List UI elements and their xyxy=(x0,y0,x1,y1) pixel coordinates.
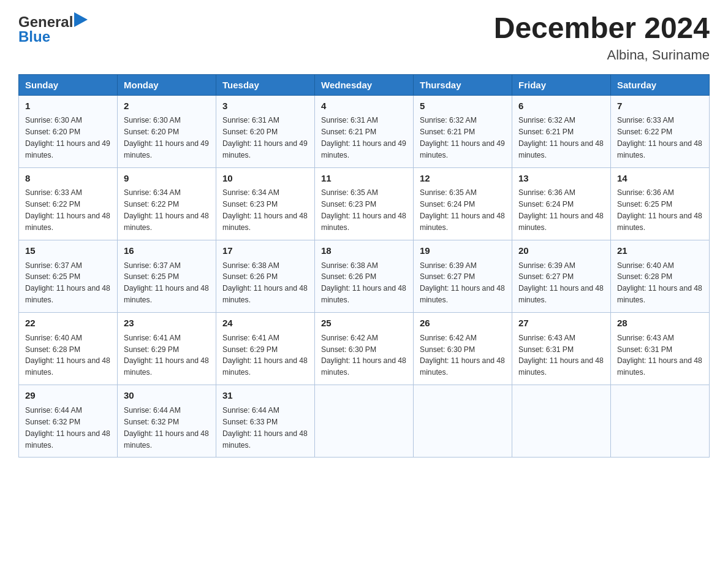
day-number: 30 xyxy=(124,389,210,403)
calendar-cell: 13Sunrise: 6:36 AMSunset: 6:24 PMDayligh… xyxy=(512,167,611,240)
day-number: 11 xyxy=(321,172,407,186)
day-info: Sunrise: 6:43 AMSunset: 6:31 PMDaylight:… xyxy=(617,334,702,377)
day-number: 28 xyxy=(617,316,703,331)
calendar-cell: 26Sunrise: 6:42 AMSunset: 6:30 PMDayligh… xyxy=(414,313,512,385)
day-number: 26 xyxy=(420,316,506,331)
day-info: Sunrise: 6:36 AMSunset: 6:24 PMDaylight:… xyxy=(518,188,604,232)
calendar-cell: 28Sunrise: 6:43 AMSunset: 6:31 PMDayligh… xyxy=(611,313,710,385)
day-info: Sunrise: 6:32 AMSunset: 6:21 PMDaylight:… xyxy=(518,116,604,159)
calendar-cell xyxy=(414,385,512,458)
title-block: December 2024 Albina, Suriname xyxy=(494,12,710,63)
calendar-cell xyxy=(315,385,414,458)
day-info: Sunrise: 6:37 AMSunset: 6:25 PMDaylight:… xyxy=(25,261,110,305)
day-number: 23 xyxy=(124,316,210,331)
calendar-cell: 16Sunrise: 6:37 AMSunset: 6:25 PMDayligh… xyxy=(118,240,216,313)
day-number: 9 xyxy=(124,172,210,186)
calendar-cell: 19Sunrise: 6:39 AMSunset: 6:27 PMDayligh… xyxy=(414,240,512,313)
calendar-cell: 14Sunrise: 6:36 AMSunset: 6:25 PMDayligh… xyxy=(611,167,710,240)
day-number: 2 xyxy=(124,99,210,113)
calendar-subtitle: Albina, Suriname xyxy=(494,47,710,63)
day-number: 25 xyxy=(321,316,407,331)
week-row-3: 15Sunrise: 6:37 AMSunset: 6:25 PMDayligh… xyxy=(19,240,710,313)
week-row-2: 8Sunrise: 6:33 AMSunset: 6:22 PMDaylight… xyxy=(19,167,710,240)
day-info: Sunrise: 6:37 AMSunset: 6:25 PMDaylight:… xyxy=(124,261,209,305)
header-day-wednesday: Wednesday xyxy=(315,74,414,95)
day-info: Sunrise: 6:39 AMSunset: 6:27 PMDaylight:… xyxy=(420,261,505,305)
day-info: Sunrise: 6:32 AMSunset: 6:21 PMDaylight:… xyxy=(420,116,505,159)
header-day-friday: Friday xyxy=(512,74,611,95)
day-info: Sunrise: 6:40 AMSunset: 6:28 PMDaylight:… xyxy=(25,334,110,377)
calendar-cell: 1Sunrise: 6:30 AMSunset: 6:20 PMDaylight… xyxy=(19,95,118,167)
calendar-cell: 31Sunrise: 6:44 AMSunset: 6:33 PMDayligh… xyxy=(216,385,315,458)
calendar-cell: 21Sunrise: 6:40 AMSunset: 6:28 PMDayligh… xyxy=(611,240,710,313)
day-number: 31 xyxy=(222,389,308,403)
day-number: 6 xyxy=(518,99,604,113)
calendar-cell: 27Sunrise: 6:43 AMSunset: 6:31 PMDayligh… xyxy=(512,313,611,385)
calendar-cell: 17Sunrise: 6:38 AMSunset: 6:26 PMDayligh… xyxy=(216,240,315,313)
calendar-cell: 6Sunrise: 6:32 AMSunset: 6:21 PMDaylight… xyxy=(512,95,611,167)
day-number: 27 xyxy=(518,316,604,331)
calendar-header-row: SundayMondayTuesdayWednesdayThursdayFrid… xyxy=(19,74,710,95)
logo-arrow-icon xyxy=(74,12,88,27)
calendar-cell: 23Sunrise: 6:41 AMSunset: 6:29 PMDayligh… xyxy=(118,313,216,385)
day-number: 17 xyxy=(222,244,308,258)
calendar-cell: 15Sunrise: 6:37 AMSunset: 6:25 PMDayligh… xyxy=(19,240,118,313)
day-number: 12 xyxy=(420,172,506,186)
week-row-1: 1Sunrise: 6:30 AMSunset: 6:20 PMDaylight… xyxy=(19,95,710,167)
day-number: 8 xyxy=(25,172,111,186)
calendar-cell: 22Sunrise: 6:40 AMSunset: 6:28 PMDayligh… xyxy=(19,313,118,385)
header-day-tuesday: Tuesday xyxy=(216,74,315,95)
day-info: Sunrise: 6:34 AMSunset: 6:22 PMDaylight:… xyxy=(124,188,209,232)
day-number: 5 xyxy=(420,99,506,113)
header-day-saturday: Saturday xyxy=(611,74,710,95)
calendar-cell: 10Sunrise: 6:34 AMSunset: 6:23 PMDayligh… xyxy=(216,167,315,240)
day-info: Sunrise: 6:43 AMSunset: 6:31 PMDaylight:… xyxy=(518,334,604,377)
day-info: Sunrise: 6:38 AMSunset: 6:26 PMDaylight:… xyxy=(321,261,406,305)
day-number: 1 xyxy=(25,99,111,113)
day-info: Sunrise: 6:30 AMSunset: 6:20 PMDaylight:… xyxy=(124,116,209,159)
day-number: 14 xyxy=(617,172,703,186)
calendar-cell: 4Sunrise: 6:31 AMSunset: 6:21 PMDaylight… xyxy=(315,95,414,167)
day-number: 16 xyxy=(124,244,210,258)
day-number: 18 xyxy=(321,244,407,258)
day-info: Sunrise: 6:44 AMSunset: 6:32 PMDaylight:… xyxy=(124,406,209,450)
header-day-monday: Monday xyxy=(118,74,216,95)
calendar-cell: 7Sunrise: 6:33 AMSunset: 6:22 PMDaylight… xyxy=(611,95,710,167)
day-info: Sunrise: 6:34 AMSunset: 6:23 PMDaylight:… xyxy=(222,188,308,232)
week-row-5: 29Sunrise: 6:44 AMSunset: 6:32 PMDayligh… xyxy=(19,385,710,458)
day-info: Sunrise: 6:42 AMSunset: 6:30 PMDaylight:… xyxy=(420,334,505,377)
calendar-title: December 2024 xyxy=(494,12,710,45)
day-info: Sunrise: 6:36 AMSunset: 6:25 PMDaylight:… xyxy=(617,188,702,232)
day-info: Sunrise: 6:33 AMSunset: 6:22 PMDaylight:… xyxy=(25,188,110,232)
header-day-thursday: Thursday xyxy=(414,74,512,95)
day-number: 29 xyxy=(25,389,111,403)
day-info: Sunrise: 6:31 AMSunset: 6:20 PMDaylight:… xyxy=(222,116,308,159)
day-number: 20 xyxy=(518,244,604,258)
day-number: 22 xyxy=(25,316,111,331)
calendar-cell xyxy=(611,385,710,458)
day-info: Sunrise: 6:38 AMSunset: 6:26 PMDaylight:… xyxy=(222,261,308,305)
day-info: Sunrise: 6:42 AMSunset: 6:30 PMDaylight:… xyxy=(321,334,406,377)
day-number: 15 xyxy=(25,244,111,258)
day-info: Sunrise: 6:30 AMSunset: 6:20 PMDaylight:… xyxy=(25,116,110,159)
day-info: Sunrise: 6:44 AMSunset: 6:32 PMDaylight:… xyxy=(25,406,110,450)
day-number: 19 xyxy=(420,244,506,258)
day-number: 7 xyxy=(617,99,703,113)
day-number: 13 xyxy=(518,172,604,186)
calendar-cell: 5Sunrise: 6:32 AMSunset: 6:21 PMDaylight… xyxy=(414,95,512,167)
calendar-cell: 3Sunrise: 6:31 AMSunset: 6:20 PMDaylight… xyxy=(216,95,315,167)
calendar-cell: 8Sunrise: 6:33 AMSunset: 6:22 PMDaylight… xyxy=(19,167,118,240)
logo-blue-text: Blue xyxy=(18,28,50,45)
day-info: Sunrise: 6:41 AMSunset: 6:29 PMDaylight:… xyxy=(124,334,209,377)
day-info: Sunrise: 6:44 AMSunset: 6:33 PMDaylight:… xyxy=(222,406,308,450)
calendar-cell: 24Sunrise: 6:41 AMSunset: 6:29 PMDayligh… xyxy=(216,313,315,385)
calendar-cell xyxy=(512,385,611,458)
day-info: Sunrise: 6:33 AMSunset: 6:22 PMDaylight:… xyxy=(617,116,702,159)
day-number: 24 xyxy=(222,316,308,331)
day-number: 21 xyxy=(617,244,703,258)
calendar-cell: 29Sunrise: 6:44 AMSunset: 6:32 PMDayligh… xyxy=(19,385,118,458)
header-day-sunday: Sunday xyxy=(19,74,118,95)
day-info: Sunrise: 6:40 AMSunset: 6:28 PMDaylight:… xyxy=(617,261,702,305)
calendar-cell: 18Sunrise: 6:38 AMSunset: 6:26 PMDayligh… xyxy=(315,240,414,313)
svg-marker-0 xyxy=(74,12,88,27)
